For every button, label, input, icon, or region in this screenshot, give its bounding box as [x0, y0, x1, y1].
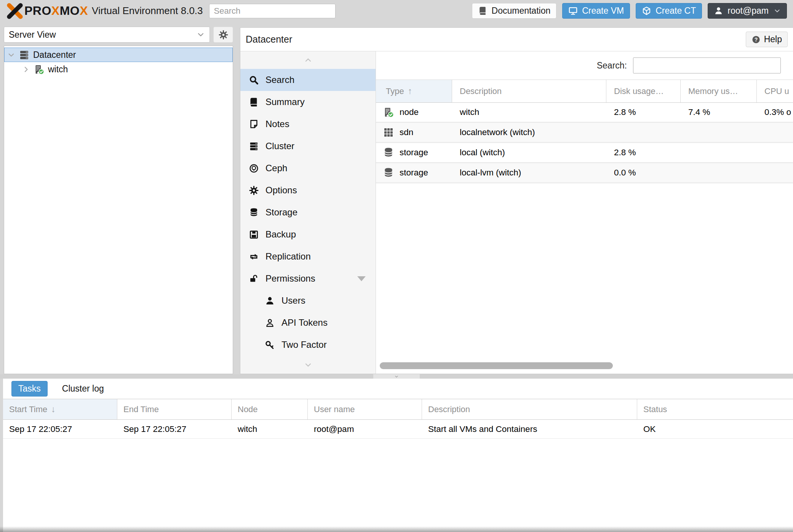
caret-down-icon[interactable] [357, 276, 366, 281]
column-header-cpu-u[interactable]: CPU u [757, 80, 793, 102]
tree-settings-button[interactable] [213, 27, 233, 43]
menu-item-backup[interactable]: Backup [240, 223, 376, 245]
task-table-body: Sep 17 22:05:27Sep 17 22:05:27witchroot@… [3, 420, 793, 439]
column-header-user-name[interactable]: User name [308, 399, 422, 419]
column-header-start-time[interactable]: Start Time↓ [3, 399, 117, 419]
menu-item-users[interactable]: Users [240, 290, 376, 312]
node-icon [34, 64, 45, 75]
column-header-label: Memory us… [688, 86, 738, 96]
table-row[interactable]: nodewitch2.8 %7.4 %0.3% o [376, 103, 793, 123]
table-search-label: Search: [597, 61, 627, 71]
menu-scroll-down[interactable] [240, 356, 376, 374]
page-title: Datacenter [246, 34, 292, 45]
expand-caret-icon[interactable] [7, 51, 15, 59]
column-header-node[interactable]: Node [232, 399, 308, 419]
collapse-panel-handle[interactable] [373, 374, 420, 379]
sort-asc-icon: ↑ [408, 86, 412, 96]
logo-part: PRO [24, 4, 51, 18]
disk-cell: 0.0 % [606, 168, 681, 178]
view-mode-label: Server View [9, 30, 56, 40]
tree-item-datacenter[interactable]: Datacenter [4, 48, 233, 62]
menu-item-label: Permissions [265, 273, 315, 284]
ceph-icon [249, 163, 259, 174]
column-header-label: CPU u [764, 86, 789, 96]
panel-splitter[interactable] [0, 374, 793, 379]
disk-cell: 2.8 % [606, 107, 681, 117]
task-cell: Sep 17 22:05:27 [3, 424, 117, 434]
proxmox-x-icon [6, 2, 24, 20]
tab-cluster-log[interactable]: Cluster log [62, 384, 104, 394]
menu-item-search[interactable]: Search [240, 69, 376, 91]
menu-item-api-tokens[interactable]: API Tokens [240, 312, 376, 334]
database-icon [383, 167, 394, 178]
log-panel: TasksCluster log Start Time↓End TimeNode… [3, 379, 793, 532]
user-menu-label: root@pam [727, 6, 769, 16]
table-row[interactable]: storagelocal-lvm (witch)0.0 % [376, 163, 793, 183]
question-icon: ? [751, 35, 761, 44]
column-header-label: Description [428, 405, 470, 414]
create-vm-button[interactable]: Create VM [562, 3, 630, 19]
help-button[interactable]: ? Help [746, 32, 788, 47]
documentation-label: Documentation [492, 6, 551, 16]
menu-item-options[interactable]: Options [240, 179, 376, 201]
memory-cell: 7.4 % [681, 107, 757, 117]
view-mode-select[interactable]: Server View [4, 27, 210, 43]
column-header-end-time[interactable]: End Time [117, 399, 232, 419]
menu-item-storage[interactable]: Storage [240, 201, 376, 223]
chevron-down-icon [197, 30, 205, 39]
menu-item-notes[interactable]: Notes [240, 113, 376, 135]
column-header-memory-us[interactable]: Memory us… [681, 80, 757, 102]
column-header-description[interactable]: Description [452, 80, 606, 102]
column-header-label: End Time [123, 405, 159, 414]
global-search-input[interactable] [209, 4, 336, 18]
gear-icon [218, 30, 229, 40]
resource-tree: Datacenter witch [4, 46, 233, 374]
menu-item-replication[interactable]: Replication [240, 245, 376, 268]
floppy-icon [249, 229, 259, 240]
menu-item-label: Users [281, 295, 305, 306]
menu-item-cluster[interactable]: Cluster [240, 135, 376, 157]
menu-item-two-factor[interactable]: Two Factor [240, 334, 376, 356]
task-cell: root@pam [308, 424, 422, 434]
type-label: node [400, 107, 419, 117]
cpu-cell: 0.3% o [757, 107, 793, 117]
task-cell: Sep 17 22:05:27 [117, 424, 232, 434]
table-search-input[interactable] [633, 57, 781, 73]
type-cell: sdn [376, 127, 452, 138]
menu-item-label: Storage [265, 207, 297, 218]
column-header-disk-usage[interactable]: Disk usage… [606, 80, 681, 102]
node-icon [383, 107, 394, 118]
table-search-bar: Search: [376, 51, 793, 80]
menu-item-permissions[interactable]: Permissions [240, 268, 376, 290]
proxmox-window: PROXMOX Virtual Environment 8.0.3 Docume… [0, 0, 793, 532]
table-row[interactable]: sdnlocalnetwork (witch) [376, 123, 793, 143]
table-row[interactable]: storagelocal (witch)2.8 % [376, 143, 793, 163]
tab-tasks[interactable]: Tasks [11, 381, 48, 397]
column-header-type[interactable]: Type↑ [376, 80, 452, 102]
cluster-icon [249, 141, 259, 151]
task-cell: witch [232, 424, 308, 434]
documentation-button[interactable]: Documentation [472, 3, 557, 19]
tree-item-witch[interactable]: witch [4, 62, 233, 76]
gear-icon [249, 185, 259, 196]
create-ct-label: Create CT [656, 6, 696, 16]
create-ct-button[interactable]: Create CT [636, 3, 702, 19]
task-row[interactable]: Sep 17 22:05:27Sep 17 22:05:27witchroot@… [3, 420, 793, 439]
replication-icon [249, 252, 259, 262]
tree-item-label: Datacenter [33, 50, 76, 60]
type-cell: node [376, 107, 452, 118]
description-cell: witch [452, 107, 606, 117]
menu-item-label: Notes [265, 119, 289, 129]
user-menu-button[interactable]: root@pam [708, 3, 787, 19]
column-header-description[interactable]: Description [422, 399, 637, 419]
menu-item-ceph[interactable]: Ceph [240, 157, 376, 179]
column-header-status[interactable]: Status [637, 399, 793, 419]
svg-text:?: ? [754, 36, 758, 42]
menu-scroll-up[interactable] [240, 51, 376, 69]
collapse-caret-icon[interactable] [22, 65, 30, 73]
menu-item-summary[interactable]: Summary [240, 91, 376, 113]
horizontal-scrollbar[interactable] [380, 362, 613, 369]
disk-cell: 2.8 % [606, 148, 681, 158]
product-version-label: Virtual Environment 8.0.3 [92, 5, 203, 17]
tree-toolbar: Server View [4, 27, 233, 43]
